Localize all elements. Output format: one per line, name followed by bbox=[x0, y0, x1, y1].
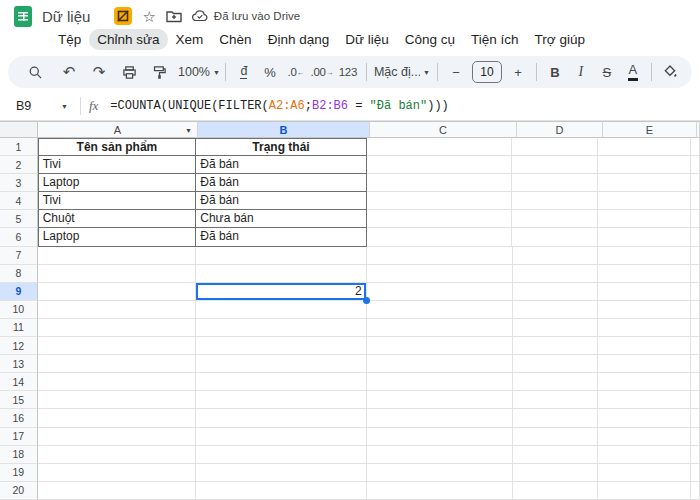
cell-D1[interactable] bbox=[512, 138, 597, 156]
cell-D10[interactable] bbox=[513, 301, 598, 319]
cell-B13[interactable] bbox=[196, 355, 367, 373]
decrease-decimal-button[interactable]: .0← bbox=[283, 59, 309, 85]
cell-C17[interactable] bbox=[367, 428, 513, 446]
menu-help[interactable]: Trợ giúp bbox=[527, 29, 593, 50]
format-percent-button[interactable]: % bbox=[257, 59, 283, 85]
row-header-4[interactable]: 4 bbox=[0, 192, 38, 210]
menu-view[interactable]: Xem bbox=[168, 29, 212, 50]
redo-icon[interactable]: ↷ bbox=[86, 59, 112, 85]
cell-A16[interactable] bbox=[38, 409, 197, 427]
cell-E8[interactable] bbox=[598, 265, 691, 283]
font-size-input[interactable]: 10 bbox=[472, 61, 502, 83]
cell-C14[interactable] bbox=[367, 373, 513, 391]
cell-E3[interactable] bbox=[598, 174, 691, 192]
cell-A2[interactable]: Tivi bbox=[38, 156, 197, 174]
cell-D11[interactable] bbox=[513, 319, 598, 337]
print-icon[interactable] bbox=[116, 59, 142, 85]
zoom-select[interactable]: 100% ▼ bbox=[178, 59, 220, 85]
cell-D5[interactable] bbox=[512, 210, 597, 228]
search-icon[interactable] bbox=[22, 59, 48, 85]
row-header-18[interactable]: 18 bbox=[0, 446, 38, 464]
cell-A18[interactable] bbox=[38, 446, 197, 464]
undo-icon[interactable]: ↶ bbox=[56, 59, 82, 85]
cell-B2[interactable]: Đã bán bbox=[196, 156, 367, 174]
cell-C10[interactable] bbox=[367, 301, 513, 319]
cell-B8[interactable] bbox=[196, 265, 367, 283]
cell-C20[interactable] bbox=[367, 482, 513, 500]
menu-edit[interactable]: Chỉnh sửa bbox=[89, 29, 167, 50]
cell-B15[interactable] bbox=[196, 391, 367, 409]
cell-B9[interactable]: 2 bbox=[196, 283, 367, 301]
cell-E14[interactable] bbox=[598, 373, 691, 391]
italic-button[interactable]: I bbox=[568, 59, 594, 85]
cell-A17[interactable] bbox=[38, 428, 197, 446]
cell-A19[interactable] bbox=[38, 464, 197, 482]
cell-C8[interactable] bbox=[367, 265, 513, 283]
cell-B20[interactable] bbox=[196, 482, 367, 500]
row-header-9[interactable]: 9 bbox=[0, 283, 38, 301]
cell-A20[interactable] bbox=[38, 482, 197, 500]
paint-format-icon[interactable] bbox=[146, 59, 172, 85]
menu-tools[interactable]: Công cụ bbox=[397, 29, 463, 50]
more-formats-button[interactable]: 123 bbox=[335, 59, 361, 85]
cell-A5[interactable]: Chuột bbox=[38, 210, 197, 228]
cell-D20[interactable] bbox=[513, 482, 598, 500]
cell-D8[interactable] bbox=[513, 265, 598, 283]
row-header-11[interactable]: 11 bbox=[0, 319, 38, 337]
menu-file[interactable]: Tệp bbox=[50, 29, 89, 50]
row-header-12[interactable]: 12 bbox=[0, 337, 38, 355]
cell-B17[interactable] bbox=[196, 428, 367, 446]
row-header-2[interactable]: 2 bbox=[0, 156, 38, 174]
cell-E15[interactable] bbox=[598, 391, 691, 409]
format-currency-button[interactable]: đ bbox=[231, 59, 257, 85]
cell-D2[interactable] bbox=[512, 156, 597, 174]
cell-E6[interactable] bbox=[598, 228, 691, 246]
cell-C6[interactable] bbox=[367, 228, 513, 246]
row-header-3[interactable]: 3 bbox=[0, 174, 38, 192]
cell-D14[interactable] bbox=[513, 373, 598, 391]
cell-C4[interactable] bbox=[367, 192, 513, 210]
row-header-17[interactable]: 17 bbox=[0, 428, 38, 446]
cell-A13[interactable] bbox=[38, 355, 197, 373]
row-header-20[interactable]: 20 bbox=[0, 482, 38, 500]
menu-extensions[interactable]: Tiện ích bbox=[463, 29, 527, 50]
move-folder-icon[interactable] bbox=[166, 10, 182, 23]
cell-C11[interactable] bbox=[367, 319, 513, 337]
cell-B4[interactable]: Đã bán bbox=[196, 192, 367, 210]
name-box-dropdown-icon[interactable]: ▼ bbox=[61, 103, 68, 110]
cell-A7[interactable] bbox=[38, 247, 197, 265]
cell-E11[interactable] bbox=[598, 319, 691, 337]
cell-E20[interactable] bbox=[598, 482, 691, 500]
column-header-E[interactable]: E bbox=[603, 121, 697, 138]
row-header-14[interactable]: 14 bbox=[0, 373, 38, 391]
row-header-8[interactable]: 8 bbox=[0, 265, 38, 283]
cell-E2[interactable] bbox=[598, 156, 691, 174]
cell-B11[interactable] bbox=[196, 319, 367, 337]
increase-decimal-button[interactable]: .00→ bbox=[309, 59, 335, 85]
row-header-13[interactable]: 13 bbox=[0, 355, 38, 373]
cell-D6[interactable] bbox=[512, 228, 597, 246]
fill-handle[interactable] bbox=[363, 297, 370, 304]
cell-D9[interactable] bbox=[513, 283, 598, 301]
cell-D18[interactable] bbox=[513, 446, 598, 464]
cell-B12[interactable] bbox=[196, 337, 367, 355]
cell-A14[interactable] bbox=[38, 373, 197, 391]
cell-D17[interactable] bbox=[513, 428, 598, 446]
cell-B18[interactable] bbox=[196, 446, 367, 464]
cell-C15[interactable] bbox=[367, 391, 513, 409]
cell-E1[interactable] bbox=[598, 138, 691, 156]
row-header-6[interactable]: 6 bbox=[0, 228, 38, 246]
crossed-box-icon[interactable] bbox=[114, 7, 132, 25]
font-select[interactable]: Mặc đị... ▼ bbox=[372, 59, 432, 85]
document-title[interactable]: Dữ liệu bbox=[42, 8, 90, 25]
cell-D13[interactable] bbox=[513, 355, 598, 373]
cell-A1[interactable]: Tên sản phẩm bbox=[38, 138, 197, 156]
row-header-7[interactable]: 7 bbox=[0, 247, 38, 265]
cell-E7[interactable] bbox=[598, 247, 691, 265]
row-header-10[interactable]: 10 bbox=[0, 301, 38, 319]
bold-button[interactable]: B bbox=[542, 59, 568, 85]
cell-B7[interactable] bbox=[196, 247, 367, 265]
cell-C2[interactable] bbox=[367, 156, 513, 174]
cell-C7[interactable] bbox=[367, 247, 513, 265]
cell-C5[interactable] bbox=[367, 210, 513, 228]
